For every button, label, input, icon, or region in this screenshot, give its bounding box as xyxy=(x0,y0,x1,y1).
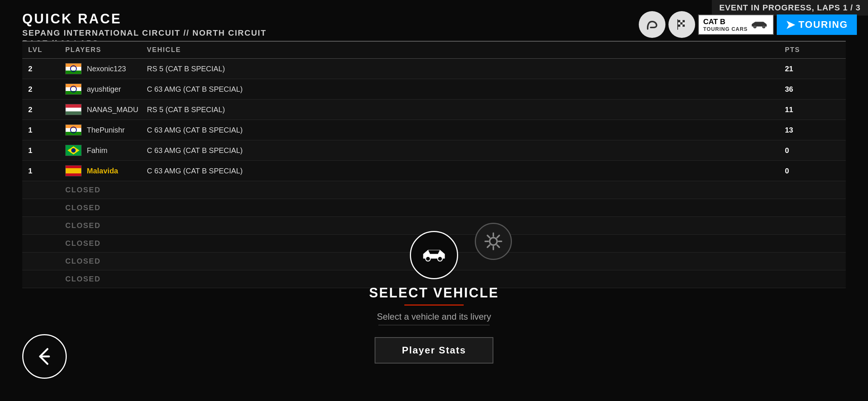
flag-india xyxy=(65,124,82,136)
cell-lvl: 2 xyxy=(22,61,59,76)
svg-line-22 xyxy=(487,245,490,247)
cell-pts: 0 xyxy=(779,163,846,179)
checkered-flag-icon[interactable] xyxy=(668,11,695,38)
player-name: ayushtiger xyxy=(87,85,121,94)
cell-player: ayushtiger xyxy=(59,81,141,97)
player-name: NANAS_MADU xyxy=(87,105,138,114)
cell-player: Fahim xyxy=(59,143,141,158)
flag-brazil xyxy=(65,145,82,156)
cell-player-highlight: Malavida xyxy=(59,163,141,179)
svg-rect-9 xyxy=(677,19,678,30)
cell-lvl: 2 xyxy=(22,102,59,117)
cell-vehicle: RS 5 (CAT B SPECIAL) xyxy=(141,102,779,117)
player-stats-button[interactable]: Player Stats xyxy=(375,337,493,363)
cat-b-label: CAT B xyxy=(703,17,726,26)
cell-pts: 0 xyxy=(779,143,846,158)
svg-rect-2 xyxy=(683,20,685,22)
cell-player: Nexonic123 xyxy=(59,61,141,76)
touring-cars-label: TOURING CARS xyxy=(703,26,748,32)
table-row: 1 ThePunishr C 63 AMG (CAT B SPECIAL) 13 xyxy=(22,120,846,140)
touring-badge[interactable]: ➤ TOURING xyxy=(777,14,857,35)
svg-point-10 xyxy=(753,25,756,28)
svg-line-21 xyxy=(497,235,499,238)
svg-rect-5 xyxy=(683,22,685,25)
select-vehicle-underline xyxy=(404,304,464,306)
back-button[interactable] xyxy=(22,334,67,379)
select-vehicle-label: SELECT VEHICLE xyxy=(369,285,499,301)
cell-vehicle: C 63 AMG (CAT B SPECIAL) xyxy=(141,163,779,179)
col-players: PLAYERS xyxy=(59,45,141,55)
table-row: 2 Nexonic123 RS 5 (CAT B SPECIAL) 21 xyxy=(22,59,846,79)
touring-arrow: ➤ xyxy=(786,18,796,31)
table-row: 1 Malavida C 63 AMG (CAT B SPECIAL) 0 xyxy=(22,161,846,181)
svg-rect-4 xyxy=(680,22,683,25)
cell-vehicle: C 63 AMG (CAT B SPECIAL) xyxy=(141,81,779,97)
col-pts: PTS xyxy=(779,45,846,55)
flag-hungary xyxy=(65,104,82,115)
svg-rect-3 xyxy=(678,22,680,25)
svg-rect-1 xyxy=(680,20,683,22)
table-row: 1 Fahim C 63 AMG (CAT B SPECIAL) 0 xyxy=(22,140,846,161)
svg-rect-6 xyxy=(678,25,680,27)
flag-india xyxy=(65,84,82,95)
cat-b-badge: CAT B TOURING CARS xyxy=(698,14,774,35)
cell-lvl: 1 xyxy=(22,163,59,179)
select-livery-label: Select a vehicle and its livery xyxy=(377,312,491,322)
cell-vehicle: C 63 AMG (CAT B SPECIAL) xyxy=(141,122,779,138)
cell-player: NANAS_MADU xyxy=(59,102,141,117)
cell-pts: 13 xyxy=(779,122,846,138)
top-right-icons: CAT B TOURING CARS ➤ TOURING xyxy=(639,11,857,38)
cell-pts: 11 xyxy=(779,102,846,117)
col-vehicle: VEHICLE xyxy=(141,45,779,55)
player-name: Nexonic123 xyxy=(87,65,126,73)
bottom-section: SELECT VEHICLE Select a vehicle and its … xyxy=(0,193,868,401)
svg-point-13 xyxy=(438,256,443,261)
svg-point-11 xyxy=(762,25,765,28)
player-name: Fahim xyxy=(87,146,108,155)
player-name: Malavida xyxy=(87,167,118,175)
svg-rect-7 xyxy=(680,25,683,27)
col-lvl: LVL xyxy=(22,45,59,55)
flag-india xyxy=(65,63,82,74)
page-title: QUICK RACE xyxy=(22,11,266,27)
cell-vehicle: RS 5 (CAT B SPECIAL) xyxy=(141,61,779,76)
cell-vehicle: C 63 AMG (CAT B SPECIAL) xyxy=(141,143,779,158)
cell-player: ThePunishr xyxy=(59,122,141,138)
settings-button[interactable] xyxy=(475,223,512,260)
circuit-subtitle: SEPANG INTERNATIONAL CIRCUIT // NORTH CI… xyxy=(22,28,266,38)
cell-pts: 36 xyxy=(779,81,846,97)
touring-label: TOURING xyxy=(799,19,848,30)
table-header: LVL PLAYERS VEHICLE PTS xyxy=(22,42,846,59)
circuit-icon-button[interactable] xyxy=(639,11,665,38)
select-livery-underline xyxy=(378,325,490,325)
cell-lvl: 2 xyxy=(22,81,59,97)
svg-rect-8 xyxy=(683,25,685,27)
player-name: ThePunishr xyxy=(87,126,125,134)
svg-point-12 xyxy=(426,256,431,261)
cell-pts: 21 xyxy=(779,61,846,76)
cell-lvl: 1 xyxy=(22,122,59,138)
svg-line-20 xyxy=(497,245,499,247)
svg-line-19 xyxy=(487,235,490,238)
svg-rect-0 xyxy=(678,20,680,22)
svg-point-14 xyxy=(490,238,497,245)
cell-lvl: 1 xyxy=(22,143,59,158)
table-row: 2 ayushtiger C 63 AMG (CAT B SPECIAL) 36 xyxy=(22,79,846,100)
table-row: 2 NANAS_MADU RS 5 (CAT B SPECIAL) 11 xyxy=(22,100,846,120)
flag-spain xyxy=(65,165,82,176)
select-vehicle-button[interactable] xyxy=(410,231,458,279)
